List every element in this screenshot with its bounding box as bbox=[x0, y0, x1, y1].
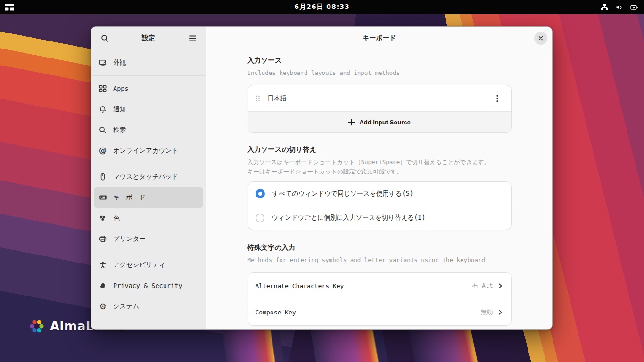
sidebar-item-system[interactable]: ⚙ システム bbox=[94, 296, 203, 317]
search-button[interactable] bbox=[98, 31, 112, 45]
sidebar-item-appearance[interactable]: 外観 bbox=[94, 52, 203, 73]
sidebar-item-label: オンラインアカウント bbox=[113, 147, 178, 155]
radio-option-label: ウィンドウごとに個別に入力ソースを切り替える(I) bbox=[272, 214, 426, 222]
section-title-special-characters: 特殊文字の入力 bbox=[248, 243, 512, 252]
sidebar-item-search[interactable]: 検索 bbox=[94, 120, 203, 140]
keyboard-icon bbox=[99, 193, 107, 202]
top-bar: 6月26日 08:33 bbox=[0, 0, 644, 14]
input-source-label: 日本語 bbox=[268, 94, 484, 103]
settings-window: 設定 外観 Apps bbox=[91, 26, 553, 330]
settings-sidebar: 設定 外観 Apps bbox=[91, 27, 206, 329]
radio-option-per-window-source[interactable]: ウィンドウごとに個別に入力ソースを切り替える(I) bbox=[248, 206, 511, 230]
add-input-source-label: Add Input Source bbox=[359, 119, 410, 126]
chevron-right-icon bbox=[497, 309, 504, 316]
sidebar-item-printers[interactable]: プリンター bbox=[94, 229, 203, 249]
keyboard-settings-pane: キーボード 入力ソース Includes keyboard layouts an… bbox=[206, 27, 552, 329]
volume-icon[interactable] bbox=[616, 4, 623, 11]
plus-icon bbox=[348, 119, 355, 126]
at-icon: @ bbox=[99, 147, 107, 155]
sidebar-item-color[interactable]: 色 bbox=[94, 208, 203, 229]
kebab-menu-icon bbox=[496, 95, 498, 102]
sidebar-item-label: 外観 bbox=[113, 58, 126, 67]
sidebar-separator bbox=[91, 75, 206, 76]
accessibility-icon bbox=[99, 261, 107, 269]
add-input-source-button[interactable]: Add Input Source bbox=[248, 112, 511, 132]
close-icon bbox=[538, 35, 544, 41]
section-title-source-switching: 入力ソースの切り替え bbox=[248, 145, 512, 154]
main-header: キーボード bbox=[206, 27, 552, 49]
search-icon bbox=[99, 126, 107, 134]
section-desc-input-sources: Includes keyboard layouts and input meth… bbox=[248, 68, 512, 77]
main-content: 入力ソース Includes keyboard layouts and inpu… bbox=[206, 49, 552, 329]
radio-option-same-source-all-windows[interactable]: すべてのウィンドウで同じソースを使用する(S) bbox=[248, 182, 511, 206]
sidebar-item-apps[interactable]: Apps bbox=[94, 78, 203, 99]
row-label: Compose Key bbox=[256, 309, 477, 316]
mouse-icon bbox=[99, 173, 107, 181]
sidebar-item-label: アクセシビリティ bbox=[113, 261, 165, 269]
section-desc-source-switching: 入力ソースはキーボードショートカット（Super+Space）で切り替えることが… bbox=[248, 157, 512, 176]
appearance-icon bbox=[99, 58, 107, 67]
apps-grid-icon bbox=[99, 84, 107, 93]
page-title: キーボード bbox=[363, 34, 396, 42]
bell-icon bbox=[99, 105, 107, 114]
row-label: Alternate Characters Key bbox=[256, 282, 469, 289]
source-switching-card: すべてのウィンドウで同じソースを使用する(S) ウィンドウごとに個別に入力ソース… bbox=[248, 181, 512, 230]
printer-icon bbox=[99, 235, 107, 243]
row-value: 無効 bbox=[481, 308, 493, 316]
sidebar-item-label: マウスとタッチパッド bbox=[113, 173, 178, 181]
input-source-row-japanese[interactable]: 日本語 bbox=[248, 85, 511, 111]
section-desc-special-characters: Methods for entering symbols and letter … bbox=[248, 255, 512, 264]
special-characters-card: Alternate Characters Key 右 Alt Compose K… bbox=[248, 272, 512, 326]
hand-icon bbox=[99, 281, 107, 290]
row-value: 右 Alt bbox=[472, 281, 493, 290]
more-options-button[interactable] bbox=[491, 92, 504, 105]
sidebar-item-label: キーボード bbox=[113, 193, 145, 202]
sidebar-list: 外観 Apps 通知 検索 bbox=[91, 49, 206, 317]
sidebar-item-label: システム bbox=[113, 302, 139, 311]
battery-charging-icon[interactable] bbox=[630, 4, 638, 11]
chevron-right-icon bbox=[497, 282, 504, 289]
sidebar-item-privacy-security[interactable]: Privacy & Security bbox=[94, 275, 203, 296]
radio-button[interactable] bbox=[256, 214, 264, 222]
clock[interactable]: 6月26日 08:33 bbox=[0, 3, 644, 11]
network-icon[interactable] bbox=[601, 4, 609, 11]
sidebar-header: 設定 bbox=[91, 27, 206, 49]
sidebar-item-label: 検索 bbox=[113, 126, 126, 134]
sidebar-item-mouse-touchpad[interactable]: マウスとタッチパッド bbox=[94, 166, 203, 187]
sidebar-item-accessibility[interactable]: アクセシビリティ bbox=[94, 255, 203, 275]
main-menu-button[interactable] bbox=[185, 31, 199, 45]
sidebar-item-keyboard[interactable]: キーボード bbox=[94, 187, 203, 208]
sidebar-item-online-accounts[interactable]: @ オンラインアカウント bbox=[94, 140, 203, 161]
sidebar-separator bbox=[91, 252, 206, 252]
close-button[interactable] bbox=[534, 32, 547, 45]
sidebar-item-label: 色 bbox=[113, 214, 120, 222]
sidebar-separator bbox=[91, 164, 206, 164]
drag-handle-icon[interactable] bbox=[256, 95, 260, 102]
sidebar-item-notifications[interactable]: 通知 bbox=[94, 99, 203, 120]
gear-icon: ⚙ bbox=[99, 302, 107, 311]
almalinux-logo-icon bbox=[27, 317, 46, 336]
color-icon bbox=[99, 214, 107, 222]
row-compose-key[interactable]: Compose Key 無効 bbox=[248, 299, 511, 325]
sidebar-item-label: 通知 bbox=[113, 105, 126, 114]
sidebar-item-label: Apps bbox=[113, 85, 129, 92]
row-alternate-characters-key[interactable]: Alternate Characters Key 右 Alt bbox=[248, 273, 511, 299]
radio-button[interactable] bbox=[256, 189, 265, 198]
sidebar-item-label: Privacy & Security bbox=[113, 282, 182, 289]
section-title-input-sources: 入力ソース bbox=[248, 56, 512, 65]
input-sources-card: 日本語 Add Input Source bbox=[248, 85, 512, 133]
radio-option-label: すべてのウィンドウで同じソースを使用する(S) bbox=[272, 189, 413, 198]
sidebar-item-label: プリンター bbox=[113, 235, 146, 243]
